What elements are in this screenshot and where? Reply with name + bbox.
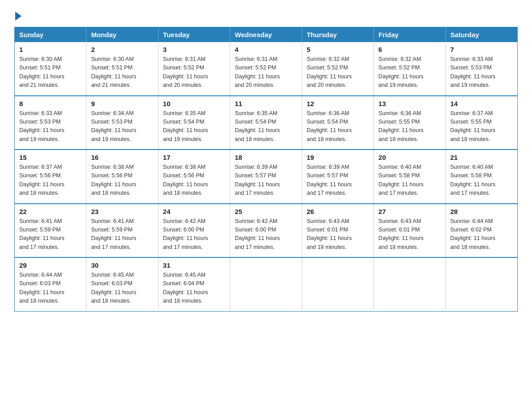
calendar-cell xyxy=(302,257,373,311)
day-info: Sunrise: 6:42 AMSunset: 6:00 PMDaylight:… xyxy=(235,218,280,250)
calendar-cell: 2 Sunrise: 6:30 AMSunset: 5:51 PMDayligh… xyxy=(86,42,158,96)
calendar-week-3: 15 Sunrise: 6:37 AMSunset: 5:56 PMDaylig… xyxy=(15,150,518,204)
calendar-cell: 4 Sunrise: 6:31 AMSunset: 5:52 PMDayligh… xyxy=(230,42,302,96)
day-number: 1 xyxy=(19,46,82,53)
day-number: 8 xyxy=(19,100,82,107)
day-info: Sunrise: 6:36 AMSunset: 5:54 PMDaylight:… xyxy=(307,110,352,142)
day-info: Sunrise: 6:41 AMSunset: 5:59 PMDaylight:… xyxy=(91,218,136,250)
day-info: Sunrise: 6:44 AMSunset: 6:03 PMDaylight:… xyxy=(19,272,64,304)
day-number: 28 xyxy=(450,208,513,215)
day-info: Sunrise: 6:38 AMSunset: 5:56 PMDaylight:… xyxy=(91,164,136,196)
day-info: Sunrise: 6:45 AMSunset: 6:03 PMDaylight:… xyxy=(91,272,136,304)
calendar-week-4: 22 Sunrise: 6:41 AMSunset: 5:59 PMDaylig… xyxy=(15,204,518,258)
day-info: Sunrise: 6:37 AMSunset: 5:56 PMDaylight:… xyxy=(19,164,64,196)
day-info: Sunrise: 6:32 AMSunset: 5:52 PMDaylight:… xyxy=(307,56,352,88)
day-info: Sunrise: 6:32 AMSunset: 5:52 PMDaylight:… xyxy=(378,56,424,88)
day-number: 11 xyxy=(235,100,297,107)
calendar-cell: 25 Sunrise: 6:42 AMSunset: 6:00 PMDaylig… xyxy=(230,204,302,258)
day-info: Sunrise: 6:43 AMSunset: 6:01 PMDaylight:… xyxy=(378,218,424,250)
calendar-cell: 7 Sunrise: 6:33 AMSunset: 5:53 PMDayligh… xyxy=(446,42,517,96)
day-of-week-wednesday: Wednesday xyxy=(230,27,302,43)
day-number: 13 xyxy=(378,100,441,107)
day-info: Sunrise: 6:45 AMSunset: 6:04 PMDaylight:… xyxy=(163,272,208,304)
day-number: 10 xyxy=(163,100,225,107)
calendar-cell: 27 Sunrise: 6:43 AMSunset: 6:01 PMDaylig… xyxy=(374,204,446,258)
day-number: 24 xyxy=(163,208,225,215)
day-info: Sunrise: 6:37 AMSunset: 5:55 PMDaylight:… xyxy=(450,110,496,142)
calendar-cell: 20 Sunrise: 6:40 AMSunset: 5:58 PMDaylig… xyxy=(374,150,446,204)
day-of-week-sunday: Sunday xyxy=(15,27,86,43)
day-info: Sunrise: 6:42 AMSunset: 6:00 PMDaylight:… xyxy=(163,218,208,250)
calendar-cell: 5 Sunrise: 6:32 AMSunset: 5:52 PMDayligh… xyxy=(302,42,373,96)
calendar-cell: 17 Sunrise: 6:38 AMSunset: 5:56 PMDaylig… xyxy=(158,150,230,204)
calendar-cell xyxy=(446,257,517,311)
day-number: 17 xyxy=(163,154,225,161)
day-number: 5 xyxy=(307,46,369,53)
day-number: 20 xyxy=(378,154,441,161)
day-info: Sunrise: 6:38 AMSunset: 5:56 PMDaylight:… xyxy=(163,164,208,196)
day-info: Sunrise: 6:41 AMSunset: 5:59 PMDaylight:… xyxy=(19,218,64,250)
day-info: Sunrise: 6:34 AMSunset: 5:53 PMDaylight:… xyxy=(91,110,136,142)
day-of-week-monday: Monday xyxy=(86,27,158,43)
day-info: Sunrise: 6:30 AMSunset: 5:51 PMDaylight:… xyxy=(19,56,64,88)
calendar-cell: 18 Sunrise: 6:39 AMSunset: 5:57 PMDaylig… xyxy=(230,150,302,204)
calendar-week-1: 1 Sunrise: 6:30 AMSunset: 5:51 PMDayligh… xyxy=(15,42,518,96)
calendar-cell: 9 Sunrise: 6:34 AMSunset: 5:53 PMDayligh… xyxy=(86,96,158,150)
day-info: Sunrise: 6:44 AMSunset: 6:02 PMDaylight:… xyxy=(450,218,496,250)
calendar-week-5: 29 Sunrise: 6:44 AMSunset: 6:03 PMDaylig… xyxy=(15,257,518,311)
day-number: 9 xyxy=(91,100,153,107)
calendar-cell: 12 Sunrise: 6:36 AMSunset: 5:54 PMDaylig… xyxy=(302,96,373,150)
calendar-cell: 29 Sunrise: 6:44 AMSunset: 6:03 PMDaylig… xyxy=(15,257,86,311)
day-number: 30 xyxy=(91,261,153,269)
calendar-cell: 22 Sunrise: 6:41 AMSunset: 5:59 PMDaylig… xyxy=(15,204,86,258)
calendar-cell: 13 Sunrise: 6:36 AMSunset: 5:55 PMDaylig… xyxy=(374,96,446,150)
day-info: Sunrise: 6:33 AMSunset: 5:53 PMDaylight:… xyxy=(19,110,64,142)
day-number: 4 xyxy=(235,46,297,53)
day-info: Sunrise: 6:30 AMSunset: 5:51 PMDaylight:… xyxy=(91,56,136,88)
day-number: 26 xyxy=(307,208,369,215)
calendar-cell: 10 Sunrise: 6:35 AMSunset: 5:54 PMDaylig… xyxy=(158,96,230,150)
calendar-body: 1 Sunrise: 6:30 AMSunset: 5:51 PMDayligh… xyxy=(15,42,518,311)
day-info: Sunrise: 6:35 AMSunset: 5:54 PMDaylight:… xyxy=(163,110,208,142)
day-number: 15 xyxy=(19,154,82,161)
day-number: 21 xyxy=(450,154,513,161)
calendar-cell: 6 Sunrise: 6:32 AMSunset: 5:52 PMDayligh… xyxy=(374,42,446,96)
day-info: Sunrise: 6:33 AMSunset: 5:53 PMDaylight:… xyxy=(450,56,496,88)
day-info: Sunrise: 6:40 AMSunset: 5:58 PMDaylight:… xyxy=(378,164,424,196)
days-of-week-row: SundayMondayTuesdayWednesdayThursdayFrid… xyxy=(15,27,518,43)
logo-arrow-icon xyxy=(15,12,21,21)
calendar-cell: 11 Sunrise: 6:35 AMSunset: 5:54 PMDaylig… xyxy=(230,96,302,150)
day-info: Sunrise: 6:39 AMSunset: 5:57 PMDaylight:… xyxy=(235,164,280,196)
day-info: Sunrise: 6:40 AMSunset: 5:58 PMDaylight:… xyxy=(450,164,496,196)
calendar-cell: 26 Sunrise: 6:43 AMSunset: 6:01 PMDaylig… xyxy=(302,204,373,258)
calendar-cell: 1 Sunrise: 6:30 AMSunset: 5:51 PMDayligh… xyxy=(15,42,86,96)
day-info: Sunrise: 6:43 AMSunset: 6:01 PMDaylight:… xyxy=(307,218,352,250)
day-number: 3 xyxy=(163,46,225,53)
calendar-cell: 16 Sunrise: 6:38 AMSunset: 5:56 PMDaylig… xyxy=(86,150,158,204)
day-number: 27 xyxy=(378,208,441,215)
calendar-cell: 14 Sunrise: 6:37 AMSunset: 5:55 PMDaylig… xyxy=(446,96,517,150)
calendar-header: SundayMondayTuesdayWednesdayThursdayFrid… xyxy=(15,27,518,43)
day-info: Sunrise: 6:35 AMSunset: 5:54 PMDaylight:… xyxy=(235,110,280,142)
calendar-cell: 30 Sunrise: 6:45 AMSunset: 6:03 PMDaylig… xyxy=(86,257,158,311)
page-header xyxy=(14,11,518,19)
day-number: 7 xyxy=(450,46,513,53)
day-number: 12 xyxy=(307,100,369,107)
day-number: 25 xyxy=(235,208,297,215)
calendar-cell xyxy=(230,257,302,311)
day-of-week-saturday: Saturday xyxy=(446,27,517,43)
day-number: 18 xyxy=(235,154,297,161)
calendar-cell: 23 Sunrise: 6:41 AMSunset: 5:59 PMDaylig… xyxy=(86,204,158,258)
calendar-cell: 15 Sunrise: 6:37 AMSunset: 5:56 PMDaylig… xyxy=(15,150,86,204)
day-number: 31 xyxy=(163,261,225,269)
calendar-cell: 19 Sunrise: 6:39 AMSunset: 5:57 PMDaylig… xyxy=(302,150,373,204)
day-number: 22 xyxy=(19,208,82,215)
calendar-cell: 3 Sunrise: 6:31 AMSunset: 5:52 PMDayligh… xyxy=(158,42,230,96)
calendar-cell xyxy=(374,257,446,311)
day-number: 19 xyxy=(307,154,369,161)
calendar-cell: 8 Sunrise: 6:33 AMSunset: 5:53 PMDayligh… xyxy=(15,96,86,150)
calendar-cell: 24 Sunrise: 6:42 AMSunset: 6:00 PMDaylig… xyxy=(158,204,230,258)
day-number: 16 xyxy=(91,154,153,161)
logo xyxy=(14,11,21,19)
calendar-table: SundayMondayTuesdayWednesdayThursdayFrid… xyxy=(14,27,518,312)
